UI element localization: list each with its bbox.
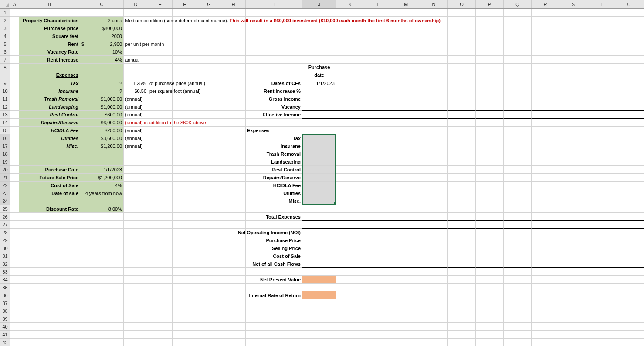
cell[interactable]: [420, 166, 448, 174]
cell[interactable]: [148, 127, 173, 134]
cell[interactable]: [148, 111, 173, 119]
cell[interactable]: [587, 17, 615, 24]
cell[interactable]: [19, 197, 80, 205]
cell[interactable]: [504, 276, 532, 284]
cell[interactable]: [420, 24, 448, 32]
cell[interactable]: [448, 221, 476, 229]
cell[interactable]: [448, 95, 476, 103]
cell[interactable]: [302, 127, 336, 134]
cell[interactable]: [448, 268, 476, 276]
cell[interactable]: [19, 284, 80, 291]
cell[interactable]: [559, 236, 587, 244]
cell[interactable]: [615, 323, 643, 331]
cell[interactable]: [302, 174, 336, 182]
cell[interactable]: [148, 205, 173, 213]
cell[interactable]: [10, 331, 19, 339]
cell[interactable]: [197, 252, 221, 260]
cell[interactable]: [173, 48, 197, 56]
cell[interactable]: [504, 103, 532, 111]
cell[interactable]: [124, 291, 148, 299]
cell[interactable]: Vacancy: [246, 103, 302, 111]
cell[interactable]: [124, 284, 148, 291]
cell[interactable]: Purchasedate: [302, 64, 336, 79]
cell[interactable]: [504, 339, 532, 346]
cell[interactable]: [173, 134, 197, 142]
cell[interactable]: Effective Income: [246, 111, 302, 119]
cell[interactable]: Square feet: [19, 32, 80, 40]
cell[interactable]: [615, 103, 643, 111]
cell[interactable]: [19, 150, 80, 158]
cell[interactable]: [148, 158, 173, 166]
cell[interactable]: [476, 299, 504, 307]
cell[interactable]: [532, 197, 559, 205]
cell[interactable]: [302, 48, 336, 56]
cell[interactable]: ?: [80, 79, 124, 87]
cell[interactable]: [10, 197, 19, 205]
cell[interactable]: [587, 158, 615, 166]
cell[interactable]: [532, 9, 559, 17]
cell[interactable]: [504, 182, 532, 189]
cell[interactable]: (annual): [124, 103, 148, 111]
cell[interactable]: [173, 197, 197, 205]
cell[interactable]: [10, 127, 19, 134]
cell[interactable]: Date of sale: [19, 189, 80, 197]
cell[interactable]: [10, 229, 19, 236]
cell[interactable]: [392, 260, 420, 268]
cell[interactable]: [173, 284, 197, 291]
cell[interactable]: [504, 95, 532, 103]
cell[interactable]: [197, 182, 221, 189]
cell[interactable]: [10, 276, 19, 284]
cell[interactable]: [476, 174, 504, 182]
row-header-21[interactable]: 21: [0, 174, 10, 182]
cell[interactable]: [615, 64, 643, 79]
cell[interactable]: Discount Rate: [19, 205, 80, 213]
cell[interactable]: [148, 197, 173, 205]
cell[interactable]: [80, 252, 124, 260]
cell[interactable]: [364, 299, 392, 307]
cell[interactable]: [173, 189, 197, 197]
cell[interactable]: [364, 79, 392, 87]
cell[interactable]: [504, 213, 532, 221]
cell[interactable]: [476, 32, 504, 40]
cell[interactable]: [197, 307, 221, 315]
cell[interactable]: [246, 119, 302, 127]
cell[interactable]: [476, 9, 504, 17]
cell[interactable]: [148, 182, 173, 189]
cell[interactable]: [476, 268, 504, 276]
cell[interactable]: [448, 48, 476, 56]
cell[interactable]: [221, 213, 246, 221]
cell[interactable]: [587, 103, 615, 111]
cell[interactable]: [197, 221, 221, 229]
cell[interactable]: [221, 24, 246, 32]
cell[interactable]: Misc.: [246, 197, 302, 205]
cell[interactable]: Total Expenses: [246, 213, 302, 221]
cell[interactable]: [587, 182, 615, 189]
cell[interactable]: [392, 119, 420, 127]
cell[interactable]: (annual): [124, 142, 148, 150]
cell[interactable]: [221, 315, 246, 323]
cell[interactable]: [221, 205, 246, 213]
cell[interactable]: [504, 87, 532, 95]
cell[interactable]: [420, 182, 448, 189]
cell[interactable]: [80, 284, 124, 291]
cell[interactable]: [364, 213, 392, 221]
cell[interactable]: [392, 48, 420, 56]
cell[interactable]: [392, 142, 420, 150]
cell[interactable]: [532, 32, 559, 40]
cell[interactable]: [476, 229, 504, 236]
row-header-2[interactable]: 2: [0, 17, 10, 24]
cell[interactable]: [302, 189, 336, 197]
cell[interactable]: [221, 339, 246, 346]
cell[interactable]: [302, 291, 336, 299]
cell[interactable]: [448, 189, 476, 197]
cell[interactable]: [532, 205, 559, 213]
cell[interactable]: [173, 276, 197, 284]
cell[interactable]: [173, 24, 197, 32]
cell[interactable]: [587, 268, 615, 276]
cell[interactable]: [476, 103, 504, 111]
cell[interactable]: [173, 339, 197, 346]
cell[interactable]: [532, 166, 559, 174]
cell[interactable]: [587, 40, 615, 48]
cell[interactable]: [197, 158, 221, 166]
row-header-7[interactable]: 7: [0, 56, 10, 64]
